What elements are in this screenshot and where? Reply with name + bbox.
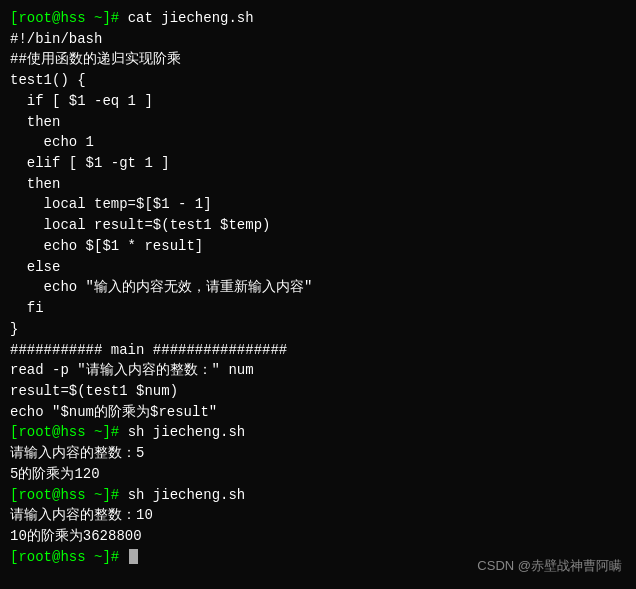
terminal-line: 请输入内容的整数：10 [10,505,626,526]
terminal-line: elif [ $1 -gt 1 ] [10,153,626,174]
terminal-line: } [10,319,626,340]
watermark: CSDN @赤壁战神曹阿瞒 [477,556,622,576]
terminal-line: echo "输入的内容无效，请重新输入内容" [10,277,626,298]
terminal-line: echo 1 [10,132,626,153]
terminal-line: local temp=$[$1 - 1] [10,194,626,215]
terminal-window: [root@hss ~]# cat jiecheng.sh#!/bin/bash… [0,0,636,589]
terminal-line: test1() { [10,70,626,91]
terminal-line: else [10,257,626,278]
terminal-line: 10的阶乘为3628800 [10,526,626,547]
terminal-line: then [10,112,626,133]
terminal-line: [root@hss ~]# cat jiecheng.sh [10,8,626,29]
terminal-cursor [129,549,138,564]
terminal-line: #!/bin/bash [10,29,626,50]
terminal-line: [root@hss ~]# sh jiecheng.sh [10,485,626,506]
terminal-line: local result=$(test1 $temp) [10,215,626,236]
terminal-line: fi [10,298,626,319]
terminal-line: result=$(test1 $num) [10,381,626,402]
terminal-line: echo $[$1 * result] [10,236,626,257]
terminal-line: 5的阶乘为120 [10,464,626,485]
terminal-content: [root@hss ~]# cat jiecheng.sh#!/bin/bash… [10,8,626,567]
terminal-line: [root@hss ~]# sh jiecheng.sh [10,422,626,443]
terminal-line: echo "$num的阶乘为$result" [10,402,626,423]
terminal-line: then [10,174,626,195]
terminal-line: ########### main ################ [10,340,626,361]
terminal-line: read -p "请输入内容的整数：" num [10,360,626,381]
terminal-line: if [ $1 -eq 1 ] [10,91,626,112]
terminal-line: ##使用函数的递归实现阶乘 [10,49,626,70]
terminal-line: 请输入内容的整数：5 [10,443,626,464]
